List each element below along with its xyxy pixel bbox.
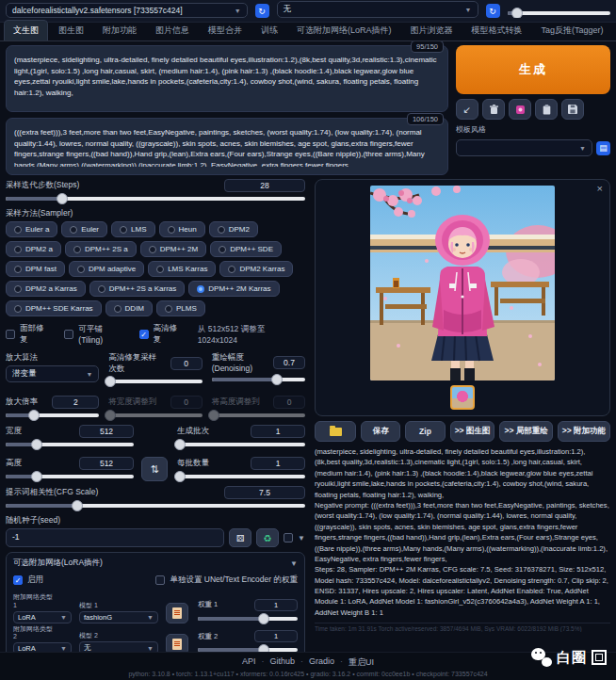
sampler-option[interactable]: DDIM xyxy=(105,300,153,316)
footer-link-重启UI[interactable]: 重启UI xyxy=(349,656,374,669)
cfg-slider[interactable] xyxy=(6,499,305,510)
open-folder-button[interactable] xyxy=(315,421,356,442)
refresh-checkpoint-button[interactable]: ↻ xyxy=(255,4,269,18)
save-style-button[interactable] xyxy=(561,99,584,120)
upscaler-dropdown[interactable]: 潜变量 ▼ xyxy=(6,365,99,382)
apply-style-button[interactable] xyxy=(535,99,558,120)
footer-link-Gradio[interactable]: Gradio xyxy=(309,656,334,669)
hires-steps-value[interactable]: 0 xyxy=(170,357,203,370)
sampler-option[interactable]: DPM2 xyxy=(209,221,258,237)
upscale-by-value[interactable]: 2 xyxy=(52,396,99,409)
checkpoint-dropdown[interactable]: dalceforealistictallyv2.safetensors [733… xyxy=(6,3,248,18)
seed-expand-icon[interactable]: ▼ xyxy=(298,534,305,542)
tab-图生图[interactable]: 图生图 xyxy=(50,21,92,40)
sampler-option[interactable]: DPM++ 2M xyxy=(140,241,206,257)
clear-prompt-button[interactable] xyxy=(482,99,505,120)
close-icon[interactable]: × xyxy=(597,183,603,194)
lora-separate-weights-checkbox[interactable]: 单独设置 UNet/Text Encoder 的权重 xyxy=(155,575,298,586)
hires-fix-checkbox[interactable]: ✓高清修复 xyxy=(139,323,185,346)
sampler-option[interactable]: Euler a xyxy=(6,221,57,237)
batch-size-slider[interactable] xyxy=(177,470,305,481)
tiling-label: 可平铺(Tiling) xyxy=(78,324,125,345)
sampler-option[interactable]: DPM adaptive xyxy=(69,261,144,277)
tab-文生图[interactable]: 文生图 xyxy=(4,20,48,40)
lora-collapse-icon[interactable]: ▼ xyxy=(290,559,298,568)
lora-model-dropdown[interactable]: 无▼ xyxy=(79,641,158,652)
cfg-value[interactable]: 7.5 xyxy=(224,486,305,499)
tiling-checkbox[interactable]: 可平铺(Tiling) xyxy=(64,324,125,345)
tab-图片浏览器[interactable]: 图片浏览器 xyxy=(402,21,462,40)
sampler-option[interactable]: DPM2 Karras xyxy=(219,261,293,277)
width-slider[interactable] xyxy=(6,438,134,449)
random-seed-button[interactable]: ⚄ xyxy=(229,528,251,547)
batch-count-value[interactable]: 1 xyxy=(251,425,305,438)
sampler-option[interactable]: LMS xyxy=(111,221,154,237)
sampler-option[interactable]: DPM++ 2S a xyxy=(65,241,137,257)
lora-type-dropdown[interactable]: LoRA▼ xyxy=(13,611,72,623)
sampler-option[interactable]: DPM++ 2M Karras xyxy=(188,281,279,297)
reuse-seed-button[interactable]: ♻ xyxy=(256,528,279,547)
steps-slider[interactable] xyxy=(6,192,305,203)
restore-faces-checkbox[interactable]: 面部修复 xyxy=(6,323,51,346)
footer-link-API[interactable]: API xyxy=(242,656,256,669)
tab-Tag反推(Tagger)[interactable]: Tag反推(Tagger) xyxy=(533,21,612,40)
hires-steps-slider[interactable] xyxy=(108,375,202,386)
style-template-dropdown[interactable]: ▼ xyxy=(456,139,592,156)
denoising-slider[interactable] xyxy=(212,373,305,384)
lora-weight-value[interactable]: 1 xyxy=(254,630,298,642)
output-action-button[interactable]: >> 图生图 xyxy=(450,421,495,442)
tab-模型合并[interactable]: 模型合并 xyxy=(200,21,251,40)
output-action-button[interactable]: 保存 xyxy=(361,421,400,442)
sampler-option[interactable]: DPM fast xyxy=(6,261,65,277)
extra-seed-checkbox[interactable] xyxy=(284,533,293,542)
tab-附加功能[interactable]: 附加功能 xyxy=(94,21,145,40)
output-action-button[interactable]: >> 局部重绘 xyxy=(499,421,552,442)
sampler-option[interactable]: PLMS xyxy=(156,300,205,316)
generate-button[interactable]: 生成 xyxy=(456,45,610,94)
output-action-button[interactable]: Zip xyxy=(405,421,445,442)
tab-模型格式转换[interactable]: 模型格式转换 xyxy=(463,21,531,40)
sampler-option[interactable]: DPM2 a Karras xyxy=(6,281,86,297)
sampler-option[interactable]: Heun xyxy=(159,221,205,237)
footer-link-Github[interactable]: Github xyxy=(269,656,295,669)
sampler-option[interactable]: DPM++ SDE Karras xyxy=(6,300,102,316)
paste-params-button[interactable]: ↙ xyxy=(456,99,478,120)
height-value[interactable]: 512 xyxy=(79,457,134,470)
batch-count-slider[interactable] xyxy=(177,438,305,449)
swap-dimensions-button[interactable]: ⇅ xyxy=(141,457,168,481)
lora-type-dropdown[interactable]: LoRA▼ xyxy=(13,642,72,652)
height-slider[interactable] xyxy=(6,470,134,481)
width-value[interactable]: 512 xyxy=(79,425,134,438)
lora-enable-checkbox[interactable]: ✓启用 xyxy=(13,575,43,586)
lora-model-dropdown[interactable]: fashionG▼ xyxy=(79,611,158,623)
batch-size-value[interactable]: 1 xyxy=(251,457,305,470)
resize-width-label: 将宽度调整到 xyxy=(108,397,156,408)
sampler-option[interactable]: DPM++ SDE xyxy=(210,241,282,257)
tab-训练[interactable]: 训练 xyxy=(252,21,286,40)
steps-value[interactable]: 28 xyxy=(224,179,305,192)
tab-可选附加网络(LoRA插件)[interactable]: 可选附加网络(LoRA插件) xyxy=(288,21,400,40)
negative-prompt-input[interactable]: (((extra feet))),3 feet,more than two fe… xyxy=(14,127,440,167)
apply-styles-blue-button[interactable]: ▤ xyxy=(596,141,610,155)
vae-dropdown[interactable]: 无 ▼ xyxy=(277,1,478,18)
generated-image[interactable] xyxy=(370,186,555,380)
lora-file-button[interactable] xyxy=(166,634,188,652)
image-thumbnail[interactable] xyxy=(450,385,475,410)
lora-weight-slider[interactable] xyxy=(198,643,298,652)
sampler-option[interactable]: Euler xyxy=(61,221,107,237)
output-action-button[interactable]: >> 附加功能 xyxy=(558,421,610,442)
lora-weight-slider[interactable] xyxy=(198,612,298,623)
sampler-option[interactable]: DPM2 a xyxy=(6,241,61,257)
seed-input[interactable]: -1 xyxy=(6,528,224,547)
lora-weight-value[interactable]: 1 xyxy=(254,599,298,611)
denoising-value[interactable]: 0.7 xyxy=(273,356,305,369)
tab-图片信息[interactable]: 图片信息 xyxy=(147,21,198,40)
clip-skip-slider[interactable] xyxy=(508,7,611,18)
extra-networks-button[interactable] xyxy=(509,99,531,120)
sampler-option[interactable]: LMS Karras xyxy=(148,261,216,277)
lora-file-button[interactable] xyxy=(166,603,188,623)
sampler-option[interactable]: DPM++ 2S a Karras xyxy=(89,281,186,297)
upscale-by-slider[interactable] xyxy=(6,409,99,420)
refresh-vae-button[interactable]: ↻ xyxy=(486,4,500,18)
positive-prompt-input[interactable]: (masterpiece, sidelighting, ultra-detail… xyxy=(14,55,440,104)
